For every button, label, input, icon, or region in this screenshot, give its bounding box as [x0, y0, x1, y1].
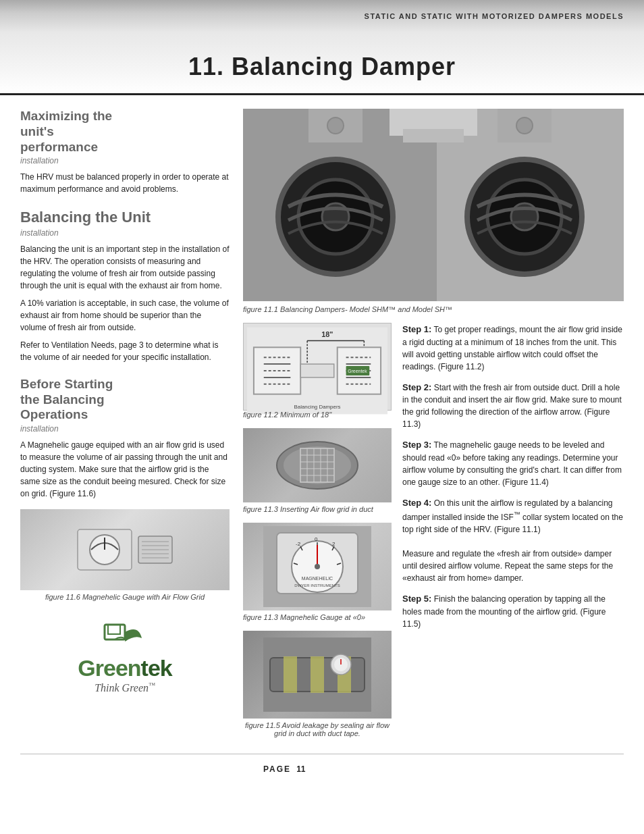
balancing-unit-subtitle: installation	[20, 228, 230, 238]
step-1-text: To get proper readings, mount the air fl…	[402, 325, 622, 371]
svg-point-25	[516, 118, 533, 134]
svg-text:2: 2	[332, 541, 336, 547]
duct-tape-svg	[263, 637, 371, 712]
step-1-label: Step 1:	[402, 324, 431, 334]
duct-diagram-svg: 18" Greentek Balancing	[247, 327, 387, 415]
svg-text:18": 18"	[321, 330, 333, 338]
figure-11-5-image	[243, 631, 392, 719]
dampers-svg	[243, 109, 624, 301]
before-starting-section: Before Startingthe BalancingOperations i…	[20, 377, 230, 500]
step-2-text: Start with the fresh air from outside du…	[402, 383, 622, 429]
steps-section: Step 1: To get proper readings, mount th…	[402, 323, 624, 747]
maximizing-title: Maximizing theunit'sperformance	[20, 109, 230, 155]
step-3-text: The magnehelic gauge needs to be leveled…	[402, 440, 622, 487]
step-4-label: Step 4:	[402, 498, 431, 508]
figure-11-3b-container: -2 0 2 MAGNEHELIC DWYER INSTRUMENTS figu…	[243, 523, 392, 621]
balancing-unit-body1: Balancing the unit is an important step …	[20, 243, 230, 292]
svg-text:0: 0	[315, 536, 318, 542]
figure-11-1-caption: figure 11.1 Balancing Dampers- Model SHM…	[243, 305, 624, 313]
svg-text:DWYER INSTRUMENTS: DWYER INSTRUMENTS	[294, 583, 340, 588]
svg-text:-2: -2	[296, 541, 301, 547]
maximizing-body: The HRV must be balanced properly in ord…	[20, 171, 230, 195]
svg-rect-33	[300, 364, 334, 377]
svg-point-65	[315, 564, 320, 569]
step-5-text: Finish the balancing operation by tappin…	[402, 594, 606, 629]
step-1: Step 1: To get proper readings, mount th…	[402, 323, 624, 373]
figure-11-3a-container: figure 11.3 Inserting Air flow grid in d…	[243, 428, 392, 513]
right-column: figure 11.1 Balancing Dampers- Model SHM…	[243, 109, 624, 747]
main-body: Maximizing theunit'sperformance installa…	[0, 95, 644, 747]
balancing-unit-body3: Refer to Ventilation Needs, page 3 to de…	[20, 339, 230, 363]
page-number: 11	[296, 764, 305, 774]
step-3: Step 3: The magnehelic gauge needs to be…	[402, 438, 624, 488]
step-5-label: Step 5:	[402, 594, 431, 604]
svg-text:Balancing Dampers: Balancing Dampers	[294, 404, 341, 410]
page-title: 11. Balancing Damper	[0, 53, 644, 81]
page-label: PAGE	[263, 764, 291, 774]
logo-tagline: Think Green™	[95, 681, 155, 694]
figure-11-3a-caption: figure 11.3 Inserting Air flow grid in d…	[243, 505, 392, 513]
logo-text-tek: tek	[141, 655, 172, 681]
greentek-logo-icon	[101, 621, 149, 655]
before-starting-subtitle: installation	[20, 424, 230, 434]
left-column: Maximizing theunit'sperformance installa…	[20, 109, 230, 747]
logo-area: Green tek Think Green™	[20, 615, 230, 701]
figure-11-1-container: figure 11.1 Balancing Dampers- Model SHM…	[243, 109, 624, 313]
page-footer: PAGE 11	[20, 754, 624, 781]
svg-text:Greentek: Greentek	[348, 369, 367, 373]
logo-text-green: Green	[78, 655, 140, 681]
airflow-grid-svg	[267, 435, 368, 496]
svg-rect-70	[284, 656, 297, 693]
svg-text:MAGNEHELIC: MAGNEHELIC	[302, 576, 333, 581]
step-3-label: Step 3:	[402, 440, 431, 450]
svg-rect-27	[254, 347, 300, 394]
step-5: Step 5: Finish the balancing operation b…	[402, 592, 624, 630]
figure-11-2-image: 18" Greentek Balancing	[243, 323, 392, 411]
figure-11-3a-image	[243, 428, 392, 502]
figure-11-1-image	[243, 109, 624, 301]
svg-rect-71	[311, 656, 324, 693]
maximizing-section: Maximizing theunit'sperformance installa…	[20, 109, 230, 195]
svg-rect-10	[108, 625, 120, 634]
middle-section: 18" Greentek Balancing	[243, 323, 624, 747]
before-starting-title: Before Startingthe BalancingOperations	[20, 377, 230, 423]
balancing-unit-body2: A 10% variation is acceptable, in such c…	[20, 297, 230, 334]
header-title: STATIC AND STATIC WITH MOTORIZED DAMPERS…	[365, 12, 624, 20]
svg-point-48	[284, 446, 351, 484]
step-4-text: On this unit the airflow is regulated by…	[402, 498, 623, 583]
figure-11-6-caption: figure 11.6 Magnehelic Gauge with Air Fl…	[20, 593, 230, 601]
figure-11-5-caption: figure 11.5 Avoid leakage by sealing air…	[243, 721, 392, 737]
top-header: STATIC AND STATIC WITH MOTORIZED DAMPERS…	[0, 0, 644, 32]
figure-11-3b-caption: figure 11.3 Magnehelic Gauge at «0»	[243, 613, 392, 621]
balancing-unit-title: Balancing the Unit	[20, 209, 230, 226]
magnehelic-gauge-svg: -2 0 2 MAGNEHELIC DWYER INSTRUMENTS	[263, 526, 371, 607]
step-2: Step 2: Start with the fresh air from ou…	[402, 381, 624, 431]
before-starting-body: A Magnehelic gauge equiped with an air f…	[20, 439, 230, 500]
figure-11-3b-image: -2 0 2 MAGNEHELIC DWYER INSTRUMENTS	[243, 523, 392, 610]
title-section: 11. Balancing Damper	[0, 32, 644, 95]
maximizing-subtitle: installation	[20, 156, 230, 165]
step-2-label: Step 2:	[402, 382, 431, 392]
small-figures-column: 18" Greentek Balancing	[243, 323, 392, 747]
gauge-grid-svg	[74, 516, 176, 583]
figure-11-5-container: figure 11.5 Avoid leakage by sealing air…	[243, 631, 392, 737]
figure-11-6-container: figure 11.6 Magnehelic Gauge with Air Fl…	[20, 509, 230, 601]
step-4: Step 4: On this unit the airflow is regu…	[402, 496, 624, 585]
svg-point-24	[327, 118, 344, 134]
balancing-unit-section: Balancing the Unit installation Balancin…	[20, 209, 230, 363]
svg-rect-15	[403, 129, 464, 142]
figure-11-2-container: 18" Greentek Balancing	[243, 323, 392, 419]
figure-11-6-image	[20, 509, 230, 590]
